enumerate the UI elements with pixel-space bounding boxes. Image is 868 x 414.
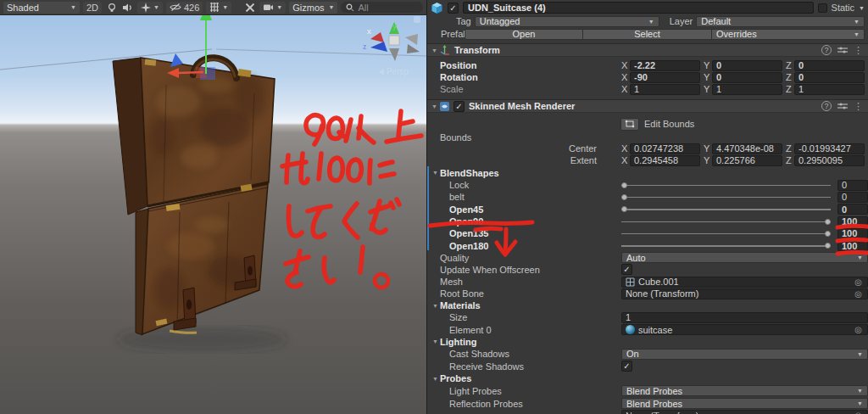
object-picker-icon[interactable]: ◎ [854,325,864,334]
materials-title: Materials [440,300,481,310]
quality-row: Quality Auto▼ [427,252,868,264]
object-picker-icon[interactable]: ◎ [854,411,864,414]
axis-y-label: y [392,22,397,31]
cast-shadows-dropdown[interactable]: On▼ [621,349,868,360]
active-checkbox[interactable]: ✓ [448,3,459,14]
foldout-icon[interactable]: ▼ [431,338,440,344]
blendshape-value-field[interactable]: 0 [837,192,868,203]
rotation-z-field[interactable]: 0 [794,72,865,83]
element0-object-field[interactable]: suitcase ◎ [621,324,868,335]
scale-z-field[interactable]: 1 [794,84,865,95]
center-y-field[interactable]: 4.470348e-08 [712,143,782,154]
object-picker-icon[interactable]: ◎ [854,289,864,299]
transform-header[interactable]: ▼ Transform ? ⋮ [427,43,868,57]
quality-dropdown[interactable]: Auto▼ [621,252,868,263]
layer-dropdown[interactable]: Default ▼ [696,16,865,27]
reflection-probes-dropdown[interactable]: Blend Probes▼ [621,398,868,409]
lighting-header[interactable]: ▼ Lighting [427,336,868,348]
blendshape-slider[interactable] [621,180,831,191]
root-bone-field[interactable]: None (Transform) ◎ [621,288,868,299]
foldout-icon[interactable]: ▼ [431,303,440,309]
extent-x-field[interactable]: 0.2945458 [630,155,700,166]
scene-view: Shaded ▼ 2D ▼ [0,0,426,414]
edit-bounds-button[interactable] [620,118,639,131]
blendshape-row-belt: belt 0 [427,191,868,203]
blendshape-slider[interactable] [621,228,831,239]
position-z-field[interactable]: 0 [794,60,865,71]
prefab-overrides-label: Overrides [716,29,757,39]
camera-settings-dropdown[interactable]: ▼ [259,2,286,14]
prefab-label: Prefab [431,29,465,39]
center-z-field[interactable]: -0.01993427 [794,143,865,154]
help-icon[interactable]: ? [821,45,832,55]
blendshape-slider[interactable] [621,240,831,251]
extent-z-field[interactable]: 0.2950095 [794,155,865,166]
object-picker-icon[interactable]: ◎ [854,277,864,287]
blendshape-value-field[interactable]: 0 [837,180,868,191]
chevron-down-icon: ▼ [70,4,76,10]
receive-shadows-checkbox[interactable]: ✓ [621,361,632,372]
prefab-select-button[interactable]: Select [583,29,712,40]
lighting-toggle-button[interactable] [105,2,118,14]
probes-header[interactable]: ▼ Probes [427,372,868,385]
grid-settings-dropdown[interactable]: ▼ [206,2,231,14]
static-checkbox[interactable] [818,3,827,13]
presets-icon[interactable] [837,102,848,110]
search-icon [346,3,354,12]
foldout-icon[interactable]: ▼ [430,104,439,109]
light-probes-dropdown[interactable]: Blend Probes▼ [621,385,868,396]
static-dropdown-icon[interactable]: ▼ [859,5,865,11]
tools-button[interactable] [243,2,256,14]
persp-indicator[interactable]: Persp [379,67,409,76]
light-probes-label: Light Probes [449,386,502,396]
center-x-field[interactable]: 0.02747238 [630,143,700,154]
scene-visibility-button[interactable]: 426 [166,2,203,14]
foldout-icon[interactable]: ▼ [431,170,440,176]
scale-y-field[interactable]: 1 [712,84,782,95]
position-y-field[interactable]: 0 [712,60,782,71]
blendshape-value-field[interactable]: 100 [837,216,868,227]
material-sphere-icon [626,325,635,334]
blendshape-value-field[interactable]: 100 [837,228,868,239]
size-field[interactable]: 1 [621,312,868,323]
blendshape-slider[interactable] [621,204,831,215]
blendshape-value-field[interactable]: 100 [837,240,868,251]
blendshapes-header[interactable]: ▼ BlendShapes [427,166,868,179]
presets-icon[interactable] [837,46,848,54]
audio-toggle-button[interactable] [121,2,134,14]
foldout-icon[interactable]: ▼ [431,376,440,382]
smr-header[interactable]: ▼ ✓ Skinned Mesh Renderer ? ⋮ [427,99,868,113]
mesh-object-field[interactable]: Cube.001 ◎ [621,277,868,288]
smr-enabled-checkbox[interactable]: ✓ [453,101,465,112]
blendshape-slider[interactable] [621,216,831,227]
blendshape-label: Open180 [449,241,621,251]
extent-y-field[interactable]: 0.225766 [712,155,782,166]
prefab-overrides-dropdown[interactable]: Overrides ▼ [712,29,865,40]
gameobject-name-field[interactable]: UDN_Suitcase (4) [463,2,814,14]
anchor-override-field[interactable]: None (Transform) ◎ [621,410,868,414]
gizmos-dropdown[interactable]: Gizmos ▼ [289,2,337,14]
foldout-icon[interactable]: ▼ [430,48,439,53]
blendshape-slider[interactable] [621,192,831,203]
toggle-2d-button[interactable]: 2D [83,2,102,14]
update-offscreen-checkbox[interactable]: ✓ [621,264,632,275]
draw-mode-dropdown[interactable]: Shaded ▼ [3,2,80,14]
tag-dropdown[interactable]: Untagged ▼ [475,16,659,27]
chevron-down-icon: ▼ [153,4,159,10]
rotation-y-field[interactable]: 0 [712,72,782,83]
gizmos-label: Gizmos [292,3,324,13]
kebab-menu-icon[interactable]: ⋮ [854,101,863,112]
blendshape-value-field[interactable]: 0 [837,204,868,215]
help-icon[interactable]: ? [821,101,832,111]
rotation-x-field[interactable]: -90 [630,72,700,83]
position-row: Position X-2.22 Y0 Z0 [427,59,868,71]
bounds-center-row: Center X0.02747238 Y4.470348e-08 Z-0.019… [427,143,868,154]
effects-dropdown[interactable]: ▼ [137,2,163,14]
prefab-open-button[interactable]: Open [465,29,583,40]
materials-header[interactable]: ▼ Materials [427,299,868,311]
position-x-field[interactable]: -2.22 [630,60,700,71]
kebab-menu-icon[interactable]: ⋮ [854,45,863,56]
scene-search-field[interactable]: All [341,2,423,13]
blendshape-row-open180: Open180 100 [427,239,868,251]
scale-x-field[interactable]: 1 [630,84,700,95]
